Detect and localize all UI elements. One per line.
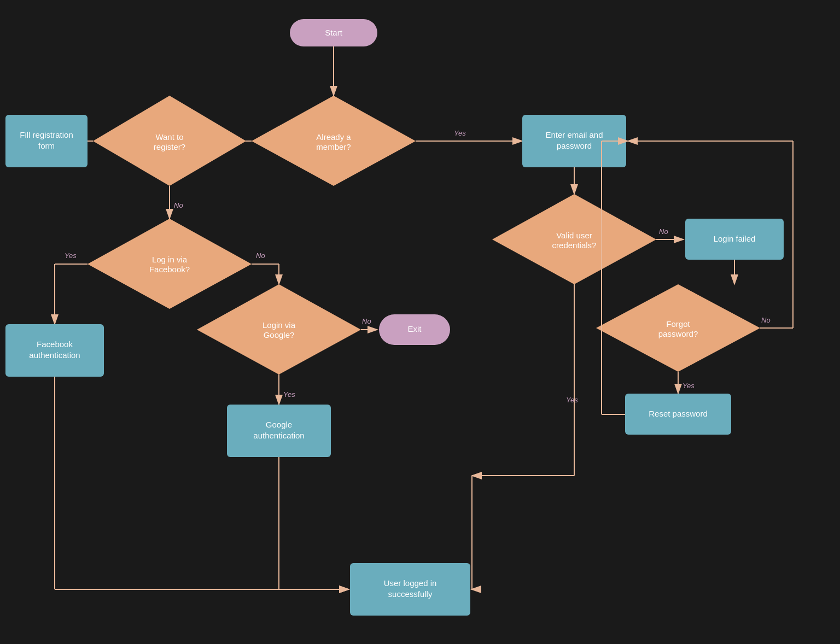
svg-text:Yes: Yes [65, 251, 77, 260]
svg-text:register?: register? [154, 142, 185, 151]
svg-text:Yes: Yes [682, 382, 695, 390]
svg-text:No: No [174, 201, 183, 209]
fill-form-label: Fill registration [20, 130, 73, 139]
svg-text:form: form [38, 141, 55, 150]
svg-text:No: No [256, 251, 265, 260]
forgot-password-label: Forgot [666, 319, 690, 329]
svg-text:No: No [362, 317, 371, 325]
svg-text:member?: member? [316, 142, 351, 151]
svg-text:credentials?: credentials? [552, 241, 597, 250]
want-register-label: Want to [155, 132, 183, 142]
svg-text:Google?: Google? [264, 330, 295, 339]
svg-text:No: No [659, 227, 668, 236]
exit-label: Exit [407, 324, 422, 333]
svg-text:Yes: Yes [566, 396, 578, 404]
log-via-facebook-label: Log in via [152, 255, 188, 264]
svg-text:authentication: authentication [29, 350, 80, 360]
svg-text:Yes: Yes [454, 129, 466, 137]
svg-text:successfully: successfully [388, 589, 433, 599]
enter-email-label: Enter email and [545, 130, 603, 139]
svg-text:authentication: authentication [253, 431, 304, 440]
start-label: Start [325, 28, 343, 37]
svg-text:password?: password? [658, 329, 698, 338]
login-failed-label: Login failed [714, 234, 756, 243]
reset-password-label: Reset password [649, 409, 708, 418]
already-member-label: Already a [316, 132, 351, 142]
svg-text:Yes: Yes [283, 390, 295, 399]
svg-text:password: password [557, 141, 592, 150]
facebook-auth-label: Facebook [37, 339, 73, 349]
svg-text:No: No [761, 316, 771, 324]
user-logged-in-label: User logged in [384, 578, 437, 588]
google-auth-label: Google [266, 420, 292, 429]
valid-credentials-label: Valid user [556, 231, 592, 240]
login-via-google-label: Login via [262, 320, 296, 330]
flowchart-canvas: Start Already a member? Yes Enter email … [0, 0, 840, 644]
svg-text:Facebook?: Facebook? [149, 265, 190, 274]
